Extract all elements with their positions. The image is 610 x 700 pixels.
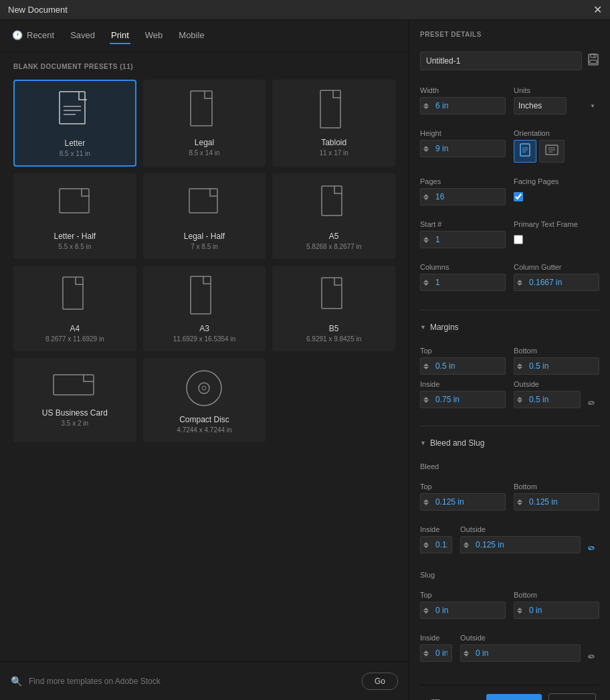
margin-outside-input[interactable] xyxy=(525,395,580,404)
primary-text-frame-checkbox[interactable] xyxy=(514,235,523,244)
preset-tabloid[interactable]: Tabloid 11 x 17 in xyxy=(272,80,395,167)
tab-web[interactable]: Web xyxy=(144,27,165,44)
column-gutter-input[interactable] xyxy=(525,278,599,287)
orientation-group: Orientation xyxy=(514,129,599,163)
preset-a3[interactable]: A3 11.6929 x 16.5354 in xyxy=(143,266,266,351)
bleed-bottom-spinner[interactable] xyxy=(514,499,525,505)
margin-inside-spinner[interactable] xyxy=(421,397,431,403)
business-card-name: US Business Card xyxy=(42,408,108,418)
slug-inside-input[interactable] xyxy=(431,648,451,658)
tab-mobile[interactable]: Mobile xyxy=(177,27,205,44)
bleed-top-input[interactable] xyxy=(431,497,505,507)
save-preset-button[interactable] xyxy=(587,54,599,68)
margins-section-header[interactable]: ▼ Margins xyxy=(420,323,599,332)
pages-input-wrap xyxy=(420,188,506,205)
slug-outside-input-wrap xyxy=(460,644,581,662)
bleed-outside-spinner[interactable] xyxy=(461,542,472,548)
slug-top-input[interactable] xyxy=(431,606,505,615)
bleed-inside-group: Inside xyxy=(420,525,452,553)
slug-bottom-input[interactable] xyxy=(525,606,599,615)
columns-input[interactable] xyxy=(431,278,505,287)
column-gutter-spinner[interactable] xyxy=(514,280,525,286)
slug-outside-input[interactable] xyxy=(472,648,580,658)
preset-b5[interactable]: B5 6.9291 x 9.8425 in xyxy=(272,266,395,351)
close-button[interactable]: Close xyxy=(548,693,596,700)
start-num-input[interactable] xyxy=(431,235,505,244)
primary-text-frame-label: Primary Text Frame xyxy=(514,220,599,228)
window-title: New Document xyxy=(8,5,68,15)
legal-half-icon xyxy=(186,183,222,225)
bleed-top-bottom-row: Top Bottom xyxy=(420,483,599,511)
margin-inside-input[interactable] xyxy=(431,395,505,404)
primary-text-frame-group: Primary Text Frame xyxy=(514,220,599,248)
preset-letter-half[interactable]: Letter - Half 5.5 x 8.5 in xyxy=(13,173,136,259)
window-close-button[interactable]: ✕ xyxy=(593,3,602,16)
height-input[interactable] xyxy=(431,144,505,153)
right-panel: PRESET DETAILS Width xyxy=(409,20,610,700)
preset-letter[interactable]: Letter 8.5 x 11 in xyxy=(13,80,136,167)
svg-point-15 xyxy=(202,386,206,390)
letter-half-name: Letter - Half xyxy=(54,232,96,241)
margin-top-spinner[interactable] xyxy=(421,363,431,369)
slug-top-bottom-row: Top Bottom xyxy=(420,591,599,619)
pages-spinner[interactable] xyxy=(421,194,431,200)
units-select[interactable]: Inches Centimeters Millimeters Points Pi… xyxy=(514,97,567,114)
margin-bottom-input[interactable] xyxy=(525,361,599,371)
slug-link-button[interactable] xyxy=(583,651,599,662)
preset-a4[interactable]: A4 8.2677 x 11.6929 in xyxy=(13,266,136,351)
a4-name: A4 xyxy=(70,324,80,333)
start-primarytext-row: Start # Primary Text Frame xyxy=(420,220,599,248)
document-name-input[interactable] xyxy=(420,52,582,70)
bleed-link-button[interactable] xyxy=(583,543,599,553)
bleed-inside-outside-row: Inside Outside xyxy=(420,525,599,553)
height-input-wrap xyxy=(420,140,506,157)
preset-legal-half[interactable]: Legal - Half 7 x 8.5 in xyxy=(143,173,266,259)
preset-legal[interactable]: Legal 8.5 x 14 in xyxy=(143,80,266,167)
bleed-outside-input[interactable] xyxy=(472,540,580,549)
width-input[interactable] xyxy=(431,101,505,110)
tab-recent[interactable]: 🕐 Recent xyxy=(11,27,56,44)
preset-a5[interactable]: A5 5.8268 x 8.2677 in xyxy=(272,173,395,259)
search-input[interactable] xyxy=(29,677,355,686)
bleed-inside-input[interactable] xyxy=(431,540,451,549)
create-button[interactable]: Create xyxy=(486,694,542,700)
tabloid-name: Tabloid xyxy=(321,138,346,147)
margins-divider xyxy=(420,310,599,311)
slug-top-label: Top xyxy=(420,591,506,599)
portrait-button[interactable] xyxy=(514,140,536,163)
bleed-bottom-input-wrap xyxy=(514,493,599,511)
compact-disc-size: 4.7244 x 4.7244 in xyxy=(177,426,231,434)
margins-link-button[interactable] xyxy=(583,398,599,408)
slug-inside-spinner[interactable] xyxy=(421,650,431,657)
margin-top-input[interactable] xyxy=(431,361,505,371)
facing-pages-checkbox[interactable] xyxy=(514,192,523,201)
a3-name: A3 xyxy=(199,324,209,333)
landscape-button[interactable] xyxy=(539,140,565,163)
action-bar: Preview Create Close xyxy=(420,685,599,700)
bleed-bottom-input[interactable] xyxy=(525,497,599,507)
preset-us-business-card[interactable]: US Business Card 3.5 x 2 in xyxy=(13,358,136,442)
tab-saved[interactable]: Saved xyxy=(69,27,96,44)
compact-disc-name: Compact Disc xyxy=(179,415,229,424)
bleed-inside-spinner[interactable] xyxy=(421,542,431,548)
slug-bottom-spinner[interactable] xyxy=(514,608,525,614)
go-button[interactable]: Go xyxy=(362,673,398,690)
slug-outside-label: Outside xyxy=(460,634,581,642)
preset-compact-disc[interactable]: Compact Disc 4.7244 x 4.7244 in xyxy=(143,358,266,442)
width-spinner[interactable] xyxy=(421,103,431,109)
bleed-slug-section-header[interactable]: ▼ Bleed and Slug xyxy=(420,438,599,448)
pages-input[interactable] xyxy=(431,192,505,201)
margin-outside-spinner[interactable] xyxy=(514,397,525,403)
start-num-spinner[interactable] xyxy=(421,237,431,243)
height-spinner[interactable] xyxy=(421,146,431,152)
start-num-input-wrap xyxy=(420,231,506,248)
slug-outside-group: Outside xyxy=(460,634,581,662)
margin-bottom-spinner[interactable] xyxy=(514,363,525,369)
slug-top-spinner[interactable] xyxy=(421,608,431,614)
bleed-top-spinner[interactable] xyxy=(421,499,431,505)
columns-gutter-row: Columns Column Gutter xyxy=(420,263,599,291)
margin-top-label: Top xyxy=(420,347,506,355)
columns-spinner[interactable] xyxy=(421,280,431,286)
tab-print[interactable]: Print xyxy=(110,27,130,44)
slug-outside-spinner[interactable] xyxy=(461,650,472,657)
